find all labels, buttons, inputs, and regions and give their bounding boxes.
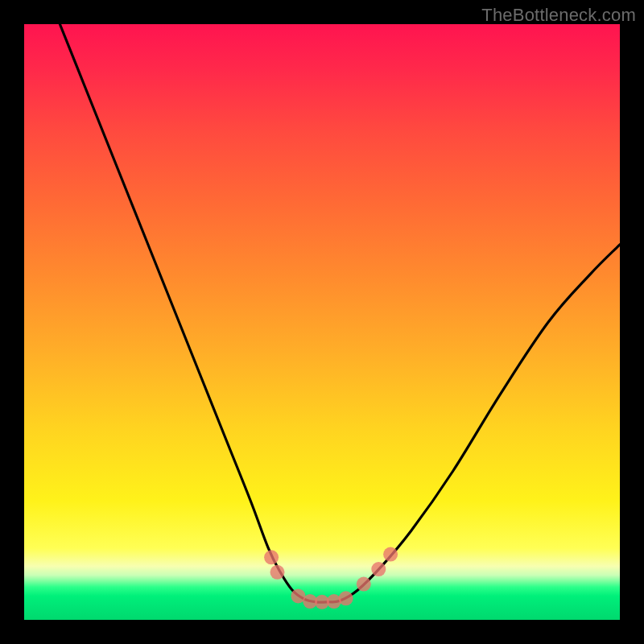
chart-frame: TheBottleneck.com — [0, 0, 644, 644]
curve-marker — [264, 550, 279, 564]
curve-marker — [357, 577, 371, 592]
chart-plot-area — [24, 24, 620, 620]
curve-marker — [339, 591, 353, 605]
bottleneck-curve-path — [60, 24, 620, 602]
chart-svg — [24, 24, 620, 620]
watermark-text: TheBottleneck.com — [481, 5, 636, 26]
curve-marker — [371, 562, 386, 576]
curve-marker — [383, 547, 398, 562]
curve-marker — [270, 565, 285, 580]
